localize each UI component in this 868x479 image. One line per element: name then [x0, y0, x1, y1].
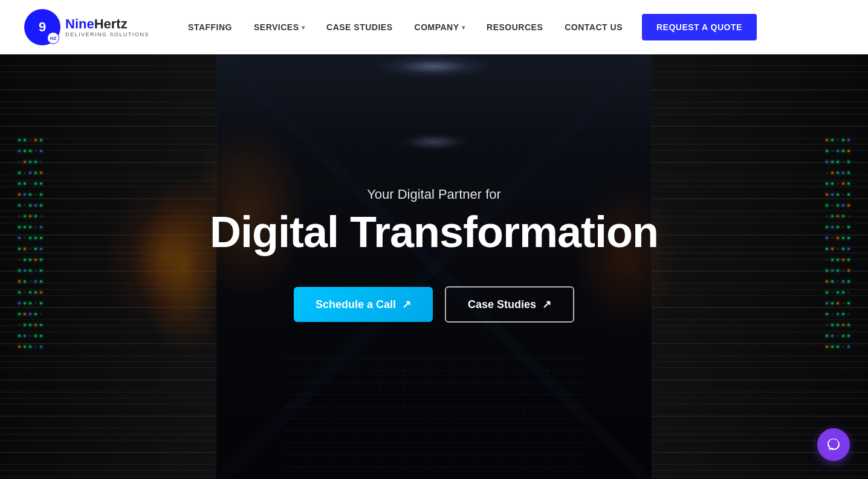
nav-item-resources[interactable]: RESOURCES: [478, 18, 551, 37]
logo-hertz: Hertz: [94, 16, 128, 31]
company-chevron-icon: ▾: [462, 24, 465, 31]
logo-link[interactable]: 9 HZ NineHertz DELIVERING SOLUTIONS: [24, 9, 149, 45]
request-quote-button[interactable]: REQUEST A QUOTE: [642, 14, 757, 40]
case-studies-arrow-icon: ↗: [542, 298, 551, 311]
nav-links: STAFFING SERVICES ▾ CASE STUDIES COMPANY…: [180, 14, 844, 40]
nav-item-company[interactable]: COMPANY ▾: [406, 18, 474, 37]
schedule-arrow-icon: ↗: [402, 298, 411, 311]
nav-item-staffing[interactable]: STAFFING: [180, 18, 241, 37]
nav-staffing-label: STAFFING: [188, 22, 232, 32]
logo-number: 9: [39, 19, 46, 35]
nav-resources-label: RESOURCES: [487, 22, 543, 32]
logo-icon: 9 HZ: [24, 9, 60, 45]
request-quote-label: REQUEST A QUOTE: [656, 22, 742, 32]
hero-buttons: Schedule a Call ↗ Case Studies ↗: [294, 286, 574, 323]
logo-text: NineHertz DELIVERING SOLUTIONS: [65, 17, 149, 37]
case-studies-label: Case Studies: [468, 298, 536, 311]
hero-title: Digital Transformation: [210, 208, 658, 256]
navbar: 9 HZ NineHertz DELIVERING SOLUTIONS STAF…: [0, 0, 868, 54]
schedule-call-button[interactable]: Schedule a Call ↗: [294, 287, 433, 322]
nav-item-case-studies[interactable]: CASE STUDIES: [318, 18, 401, 37]
schedule-call-label: Schedule a Call: [316, 298, 396, 311]
hero-subtitle: Your Digital Partner for: [367, 187, 501, 202]
nav-contact-us-label: CONTACT US: [565, 22, 623, 32]
hero-content: Your Digital Partner for Digital Transfo…: [0, 54, 868, 479]
logo-subtitle: DELIVERING SOLUTIONS: [65, 31, 149, 37]
logo-nine: Nine: [65, 16, 94, 31]
services-chevron-icon: ▾: [302, 24, 305, 31]
logo-hz-badge: HZ: [47, 32, 59, 44]
case-studies-button[interactable]: Case Studies ↗: [445, 286, 574, 323]
nav-item-contact-us[interactable]: CONTACT US: [556, 18, 631, 37]
chat-bubble[interactable]: [817, 428, 850, 461]
logo-name: NineHertz: [65, 17, 149, 31]
nav-case-studies-label: CASE STUDIES: [326, 22, 392, 32]
hero-section: Your Digital Partner for Digital Transfo…: [0, 0, 868, 479]
nav-item-services[interactable]: SERVICES ▾: [245, 18, 313, 37]
nav-company-label: COMPANY: [415, 22, 459, 32]
chat-icon: [826, 437, 841, 452]
nav-services-label: SERVICES: [254, 22, 299, 32]
